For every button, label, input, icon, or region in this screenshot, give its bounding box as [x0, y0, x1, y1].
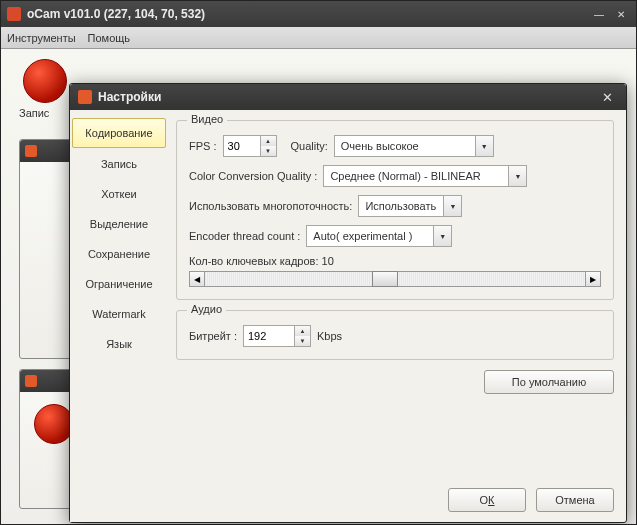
- ok-button[interactable]: ОК: [448, 488, 526, 512]
- keyframes-slider[interactable]: ◀ ▶: [189, 271, 601, 287]
- chevron-down-icon[interactable]: ▼: [475, 136, 493, 156]
- window-controls: — ✕: [590, 7, 630, 21]
- bitrate-unit: Kbps: [317, 330, 342, 342]
- quality-combo[interactable]: Очень высокое ▼: [334, 135, 494, 157]
- nav-hotkeys[interactable]: Хоткеи: [72, 180, 166, 208]
- encthreads-label: Encoder thread count :: [189, 230, 300, 242]
- chevron-up-icon[interactable]: ▲: [295, 326, 310, 336]
- chevron-left-icon[interactable]: ◀: [189, 271, 205, 287]
- main-titlebar: oCam v101.0 (227, 104, 70, 532) — ✕: [1, 1, 636, 27]
- record-button-small[interactable]: [34, 404, 74, 444]
- keyframes-row: Кол-во ключевых кадров: 10: [189, 255, 601, 267]
- bitrate-input[interactable]: [244, 326, 294, 346]
- encthreads-row: Encoder thread count : Auto( experimenta…: [189, 225, 601, 247]
- bitrate-spinner[interactable]: ▲▼: [243, 325, 311, 347]
- ccq-row: Color Conversion Quality : Среднее (Norm…: [189, 165, 601, 187]
- chevron-down-icon[interactable]: ▼: [261, 146, 276, 156]
- slider-track[interactable]: [205, 271, 585, 287]
- video-group-title: Видео: [187, 113, 227, 125]
- encthreads-value: Auto( experimental ): [307, 226, 433, 246]
- main-window: oCam v101.0 (227, 104, 70, 532) — ✕ Инст…: [0, 0, 637, 525]
- multithread-value: Использовать: [359, 196, 443, 216]
- chevron-up-icon[interactable]: ▲: [261, 136, 276, 146]
- nav-selection[interactable]: Выделение: [72, 210, 166, 238]
- nav-limit[interactable]: Ограничение: [72, 270, 166, 298]
- audio-group: Аудио Битрейт : ▲▼ Kbps: [176, 310, 614, 360]
- defaults-button[interactable]: По умолчанию: [484, 370, 614, 394]
- menubar: Инструменты Помощь: [1, 27, 636, 49]
- main-title: oCam v101.0 (227, 104, 70, 532): [27, 7, 590, 21]
- fps-row: FPS : ▲▼ Quality: Очень высокое ▼: [189, 135, 601, 157]
- fps-spinner[interactable]: ▲▼: [223, 135, 277, 157]
- defaults-row: По умолчанию: [176, 370, 614, 394]
- fps-label: FPS :: [189, 140, 217, 152]
- main-body: Запис ISO MPEG-1 standard ( .AVI ) ISO M…: [1, 49, 636, 524]
- fps-input[interactable]: [224, 136, 260, 156]
- bitrate-row: Битрейт : ▲▼ Kbps: [189, 325, 601, 347]
- dialog-icon: [78, 90, 92, 104]
- dialog-body: Кодирование Запись Хоткеи Выделение Сохр…: [70, 110, 626, 522]
- nav-encoding[interactable]: Кодирование: [72, 118, 166, 148]
- nav-record[interactable]: Запись: [72, 150, 166, 178]
- nav-save[interactable]: Сохранение: [72, 240, 166, 268]
- dialog-titlebar[interactable]: Настройки ✕: [70, 84, 626, 110]
- bitrate-label: Битрейт :: [189, 330, 237, 342]
- close-icon[interactable]: ✕: [612, 7, 630, 21]
- ccq-label: Color Conversion Quality :: [189, 170, 317, 182]
- chevron-down-icon[interactable]: ▼: [295, 336, 310, 346]
- multithread-row: Использовать многопоточность: Использова…: [189, 195, 601, 217]
- slider-thumb[interactable]: [372, 271, 398, 287]
- cancel-button[interactable]: Отмена: [536, 488, 614, 512]
- record-label: Запис: [19, 107, 49, 119]
- settings-nav: Кодирование Запись Хоткеи Выделение Сохр…: [70, 110, 168, 522]
- multithread-label: Использовать многопоточность:: [189, 200, 352, 212]
- chevron-down-icon[interactable]: ▼: [443, 196, 461, 216]
- dialog-footer: ОК Отмена: [448, 488, 614, 512]
- chevron-right-icon[interactable]: ▶: [585, 271, 601, 287]
- multithread-combo[interactable]: Использовать ▼: [358, 195, 462, 217]
- panel-icon: [25, 145, 37, 157]
- menu-tools[interactable]: Инструменты: [7, 32, 76, 44]
- ccq-value: Среднее (Normal) - BILINEAR: [324, 166, 508, 186]
- close-icon[interactable]: ✕: [596, 88, 618, 106]
- quality-value: Очень высокое: [335, 136, 475, 156]
- settings-dialog: Настройки ✕ Кодирование Запись Хоткеи Вы…: [69, 83, 627, 523]
- menu-help[interactable]: Помощь: [88, 32, 131, 44]
- quality-label: Quality:: [291, 140, 328, 152]
- dialog-title: Настройки: [98, 90, 596, 104]
- chevron-down-icon[interactable]: ▼: [433, 226, 451, 246]
- encthreads-combo[interactable]: Auto( experimental ) ▼: [306, 225, 452, 247]
- record-button[interactable]: [23, 59, 67, 103]
- minimize-icon[interactable]: —: [590, 7, 608, 21]
- app-icon: [7, 7, 21, 21]
- keyframes-label: Кол-во ключевых кадров: 10: [189, 255, 334, 267]
- panel-icon: [25, 375, 37, 387]
- settings-content: Видео FPS : ▲▼ Quality: Очень высокое: [168, 110, 626, 522]
- audio-group-title: Аудио: [187, 303, 226, 315]
- chevron-down-icon[interactable]: ▼: [508, 166, 526, 186]
- nav-watermark[interactable]: Watermark: [72, 300, 166, 328]
- nav-language[interactable]: Язык: [72, 330, 166, 358]
- video-group: Видео FPS : ▲▼ Quality: Очень высокое: [176, 120, 614, 300]
- ccq-combo[interactable]: Среднее (Normal) - BILINEAR ▼: [323, 165, 527, 187]
